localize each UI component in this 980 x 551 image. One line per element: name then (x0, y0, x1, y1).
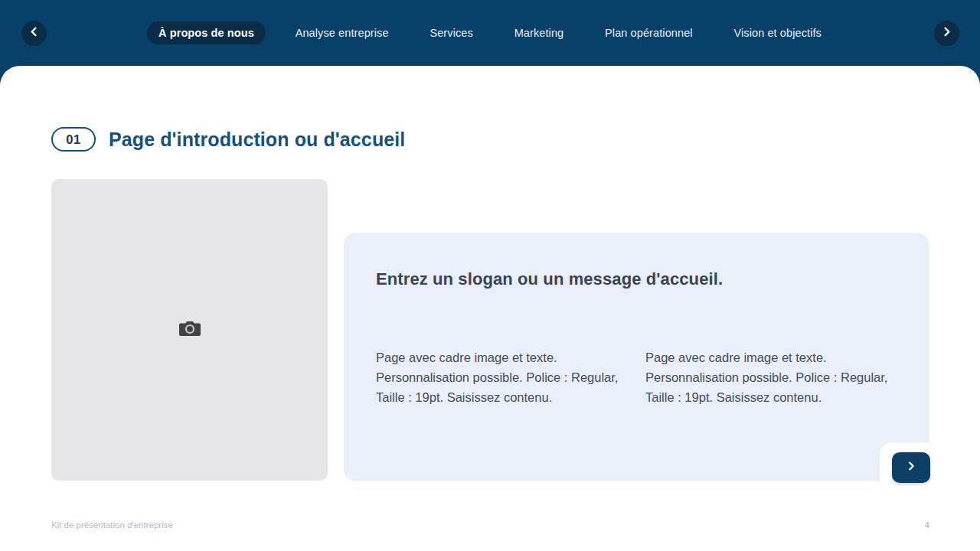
slogan-panel: Entrez un slogan ou un message d'accueil… (344, 233, 929, 481)
footer-deck-title: Kit de présentation d'entreprise (51, 520, 173, 530)
slide-sheet: 01 Page d'introduction ou d'accueil Entr… (0, 66, 980, 551)
chevron-left-icon (28, 26, 40, 41)
nav-tab-0[interactable]: À propos de nous (147, 21, 266, 44)
nav-tab-3[interactable]: Marketing (503, 21, 576, 44)
panel-corner-notch (880, 442, 930, 483)
top-navbar: À propos de nousAnalyse entrepriseServic… (0, 0, 980, 66)
nav-tab-5[interactable]: Vision et objectifs (722, 21, 832, 44)
panel-next-button[interactable] (892, 452, 930, 483)
slide-number-badge: 01 (51, 127, 96, 152)
image-placeholder[interactable] (51, 179, 328, 481)
navbar-items: À propos de nousAnalyse entrepriseServic… (147, 0, 833, 66)
nav-tab-2[interactable]: Services (418, 21, 484, 44)
panel-text-column-1: Page avec cadre image et texte. Personna… (645, 347, 890, 407)
slogan-heading: Entrez un slogan ou un message d'accueil… (376, 269, 897, 289)
footer-page-number: 4 (925, 520, 929, 530)
next-slide-button[interactable] (934, 21, 959, 46)
nav-tab-1[interactable]: Analyse entreprise (284, 21, 400, 44)
slide-title-row: 01 Page d'introduction ou d'accueil (51, 127, 405, 152)
page-title: Page d'introduction ou d'accueil (109, 129, 405, 151)
nav-tab-4[interactable]: Plan opérationnel (593, 21, 704, 44)
slide-screen: À propos de nousAnalyse entrepriseServic… (0, 0, 980, 551)
chevron-right-icon (906, 461, 916, 474)
panel-text-column-0: Page avec cadre image et texte. Personna… (376, 347, 621, 407)
camera-icon (178, 319, 201, 341)
prev-slide-button[interactable] (21, 21, 47, 46)
panel-columns: Page avec cadre image et texte. Personna… (376, 347, 890, 407)
chevron-right-icon (941, 26, 952, 41)
